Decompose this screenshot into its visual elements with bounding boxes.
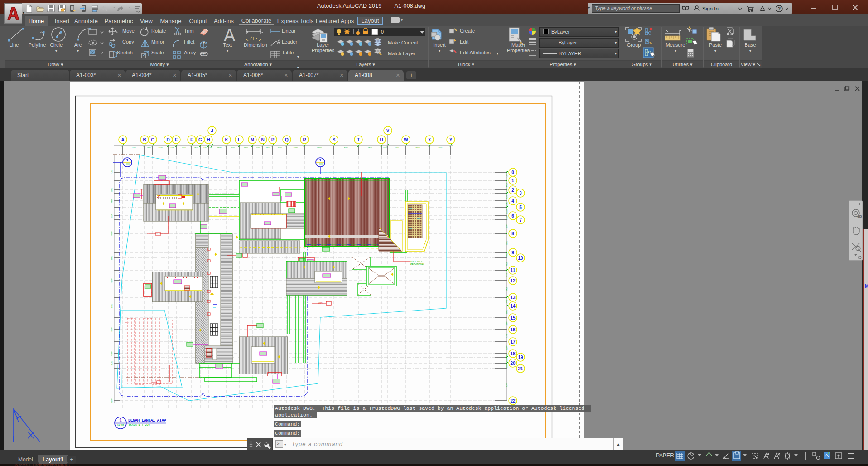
svg-text:6200: 6200	[395, 146, 400, 149]
svg-text:5100: 5100	[111, 188, 113, 192]
svg-text:15: 15	[510, 316, 516, 320]
svg-text:2D: 2D	[858, 215, 862, 218]
svg-text:5100: 5100	[506, 333, 508, 338]
svg-text:SKALA 1 : 200: SKALA 1 : 200	[129, 423, 150, 427]
svg-text:ROOF AREA: ROOF AREA	[410, 261, 422, 263]
svg-text:6400: 6400	[111, 351, 113, 356]
svg-text:0: 0	[381, 29, 384, 34]
svg-text:12: 12	[510, 278, 516, 283]
svg-text:KICH: KICH	[318, 302, 323, 305]
svg-text:5150: 5150	[111, 278, 113, 283]
svg-text:22: 22	[510, 398, 516, 403]
svg-text:2980: 2980	[147, 146, 151, 149]
svg-text:5100: 5100	[182, 146, 187, 149]
svg-text:J: J	[211, 128, 213, 133]
svg-text:10050: 10050	[317, 146, 322, 149]
svg-text:8000: 8000	[111, 256, 113, 260]
svg-text:2800: 2800	[194, 146, 198, 149]
svg-text:7150: 7150	[506, 174, 508, 179]
svg-text:Y: Y	[449, 137, 453, 142]
svg-text:X: X	[428, 137, 431, 142]
svg-text:4350: 4350	[506, 353, 508, 358]
svg-text:2750: 2750	[203, 146, 207, 149]
svg-text:4: 4	[511, 199, 514, 204]
svg-text:7150: 7150	[132, 146, 136, 149]
svg-text:N: N	[261, 137, 264, 142]
svg-text:3: 3	[519, 191, 522, 196]
svg-text:F: F	[190, 137, 193, 142]
svg-text:17: 17	[510, 340, 516, 345]
svg-text:21: 21	[518, 366, 523, 371]
svg-text:1: 1	[511, 178, 514, 183]
svg-text:3320: 3320	[506, 202, 508, 206]
svg-text:8000: 8000	[506, 310, 508, 314]
svg-text:4800: 4800	[506, 262, 508, 266]
svg-text:R: R	[303, 137, 306, 142]
svg-text:5150: 5150	[159, 146, 163, 149]
svg-text:A1-008: A1-008	[117, 424, 124, 426]
svg-text:?: ?	[778, 6, 781, 11]
svg-text:4350: 4350	[111, 327, 113, 332]
svg-text:M: M	[251, 137, 254, 142]
svg-text:S: S	[333, 137, 336, 142]
svg-text:4800: 4800	[111, 199, 113, 203]
svg-text:DENAH LANTAI ATAP: DENAH LANTAI ATAP	[128, 418, 166, 423]
svg-text:7150: 7150	[506, 224, 508, 229]
svg-text:7150: 7150	[438, 146, 443, 149]
svg-text:2700: 2700	[506, 183, 508, 187]
svg-text:C: C	[151, 137, 154, 142]
svg-text:1: 1	[126, 158, 128, 162]
svg-text:20: 20	[510, 361, 516, 366]
svg-text:7800: 7800	[368, 146, 372, 149]
svg-text:V: V	[386, 128, 390, 133]
svg-text:8: 8	[511, 231, 514, 236]
svg-text:7150: 7150	[111, 170, 113, 175]
svg-text:4550: 4550	[278, 146, 282, 149]
svg-text:3450: 3450	[506, 273, 508, 277]
svg-text:Q: Q	[285, 137, 289, 142]
svg-text:10050: 10050	[506, 209, 508, 214]
svg-text:1200: 1200	[208, 146, 213, 149]
svg-text:6400: 6400	[506, 286, 508, 291]
svg-text:H: H	[207, 137, 210, 142]
svg-text:Sign In: Sign In	[702, 6, 719, 11]
svg-text:8000: 8000	[506, 364, 508, 368]
svg-text:3320: 3320	[266, 146, 270, 149]
svg-text:6: 6	[511, 214, 514, 218]
svg-text:7800: 7800	[506, 299, 508, 304]
svg-text:2100: 2100	[506, 215, 508, 220]
svg-text:W: W	[404, 137, 408, 142]
svg-text:13: 13	[510, 295, 516, 300]
svg-text:K: K	[225, 137, 228, 142]
svg-text:8000: 8000	[416, 146, 420, 149]
svg-text:18: 18	[510, 351, 516, 356]
svg-text:6200: 6200	[506, 382, 508, 387]
svg-text:7150: 7150	[111, 398, 113, 403]
svg-text:E: E	[175, 137, 178, 142]
svg-text:2750: 2750	[506, 189, 508, 194]
svg-text:19: 19	[518, 355, 523, 360]
svg-text:3320: 3320	[111, 214, 113, 218]
svg-text:L: L	[238, 137, 241, 142]
svg-text:2980: 2980	[506, 321, 508, 326]
svg-text:A: A	[121, 137, 124, 142]
svg-text:D: D	[166, 137, 169, 142]
svg-text:6400: 6400	[294, 146, 298, 149]
svg-text:2750: 2750	[111, 304, 113, 308]
svg-text:4350: 4350	[244, 146, 248, 149]
svg-text:8000: 8000	[344, 146, 349, 149]
svg-text:B: B	[143, 137, 146, 142]
svg-text:11: 11	[511, 268, 516, 273]
svg-text:1200: 1200	[506, 345, 508, 350]
svg-text:3450: 3450	[256, 146, 260, 149]
svg-text:P: P	[271, 137, 275, 142]
svg-text:PROVISIONAL: PROVISIONAL	[410, 263, 424, 266]
svg-text:4075: 4075	[506, 194, 508, 199]
svg-text:0: 0	[511, 170, 514, 175]
svg-text:1: 1	[119, 417, 122, 423]
svg-text:4075: 4075	[231, 146, 236, 149]
svg-text:G: G	[198, 137, 202, 142]
svg-text:2100: 2100	[111, 361, 113, 365]
svg-text:14: 14	[510, 304, 516, 309]
svg-text:2800: 2800	[506, 253, 508, 257]
